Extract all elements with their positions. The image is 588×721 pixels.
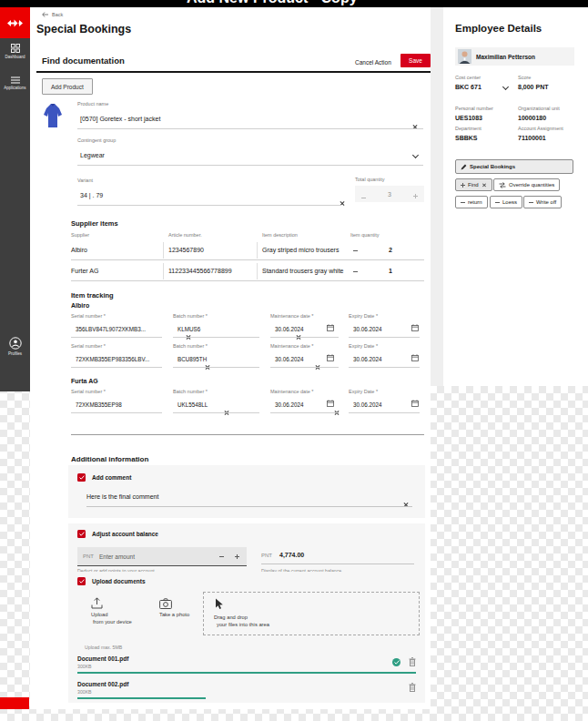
variant-label: Variant <box>77 178 93 183</box>
table-row-supplier: Albiro <box>71 247 87 253</box>
find-chip[interactable]: Find <box>455 178 492 191</box>
add-comment-checkbox-label: Add comment <box>92 474 131 481</box>
row-qty-decrement-button[interactable] <box>353 271 358 272</box>
amount-increment-button[interactable] <box>235 554 239 559</box>
item-tracking-title: Item tracking <box>71 291 114 300</box>
back-button[interactable]: Back <box>42 12 63 17</box>
calendar-icon[interactable] <box>327 400 334 407</box>
cost-center-value[interactable]: BKC 671 <box>455 84 482 90</box>
comment-value[interactable]: Here is the final comment <box>86 493 158 500</box>
table-row-article[interactable]: 1234567890 <box>168 247 204 253</box>
section-title: Find documentation <box>42 56 125 66</box>
special-bookings-chip[interactable]: Special Bookings <box>455 159 573 174</box>
override-quantities-chip[interactable]: Override quantities <box>493 178 560 191</box>
calendar-icon[interactable] <box>327 324 334 331</box>
calendar-icon[interactable] <box>327 354 334 361</box>
serial-number-value[interactable]: 72XKMB355EP983356LBV... <box>76 356 149 362</box>
drag-drop-area[interactable]: Drag and drop your files into this area <box>203 592 420 635</box>
col-separator <box>163 263 164 279</box>
col-separator <box>257 263 258 279</box>
row-qty-value: 1 <box>389 268 392 274</box>
pencil-icon <box>461 164 467 170</box>
expiry-date-label: Expiry Date * <box>349 343 378 349</box>
col-header-quantity: Item quantity <box>350 232 380 238</box>
add-comment-checkbox[interactable] <box>77 473 86 482</box>
variant-value[interactable]: 34 | . 79 <box>80 192 103 198</box>
table-row-supplier: Furter AG <box>71 268 98 274</box>
override-arrows-icon <box>499 182 506 188</box>
expiry-date-value[interactable]: 30.06.2024 <box>353 356 382 362</box>
employee-name: Maximilian Petterson <box>476 54 535 60</box>
upload-documents-checkbox-label: Upload documents <box>92 578 146 584</box>
expiry-date-label: Expiry Date * <box>349 389 378 394</box>
field-underline <box>270 337 339 338</box>
contingent-chevron-down-icon[interactable] <box>412 152 419 158</box>
col-separator <box>257 242 258 259</box>
clipped-window-title: Add New Product - Copy <box>187 0 358 6</box>
field-underline <box>71 367 162 368</box>
maintenance-date-value[interactable]: 30.06.2024 <box>275 326 304 332</box>
return-chip[interactable]: return <box>455 196 488 208</box>
maintenance-date-value[interactable]: 30.06.2024 <box>275 401 304 408</box>
cancel-action-button[interactable]: Cancel Action <box>355 59 391 66</box>
drag-drop-label2: your files into this area <box>217 622 269 627</box>
write-off-chip[interactable]: Write off <box>523 196 562 208</box>
serial-number-value[interactable]: 72XKMB355EP98 <box>76 401 122 408</box>
field-underline <box>173 367 259 368</box>
page-title: Special Bookings <box>36 23 131 36</box>
take-photo-button[interactable] <box>159 596 172 613</box>
sidebar-item-profiles[interactable]: Profiles <box>0 337 30 356</box>
upload-option-label2: from your device <box>93 619 132 625</box>
col-header-supplier: Supplier <box>71 232 89 238</box>
maintenance-date-value[interactable]: 30.06.2024 <box>275 356 304 362</box>
write-off-chip-label: Write off <box>536 199 556 205</box>
product-jacket-image <box>42 102 64 129</box>
batch-number-value[interactable]: BCU895TH <box>177 356 207 362</box>
expiry-date-value[interactable]: 30.06.2024 <box>353 326 382 332</box>
quantity-decrement-button[interactable] <box>355 186 366 202</box>
table-row-article[interactable]: 112233445566778899 <box>168 268 232 274</box>
batch-number-value[interactable]: UKL5548LL <box>177 401 208 408</box>
product-name-value[interactable]: [0570] Goretex - short jacket <box>80 116 160 122</box>
adjust-balance-checkbox[interactable] <box>77 530 86 538</box>
cost-center-chevron-down-icon[interactable] <box>502 84 509 90</box>
expiry-date-value[interactable]: 30.06.2024 <box>353 401 382 408</box>
document-size: 300KB <box>77 664 92 669</box>
upload-from-device-button[interactable] <box>91 596 103 613</box>
batch-number-value[interactable]: KLMUS6 <box>177 326 200 332</box>
save-button[interactable]: Save <box>400 54 431 67</box>
upload-documents-checkbox[interactable] <box>77 577 86 585</box>
maintenance-date-label: Maintenance date * <box>270 389 313 394</box>
col-header-article: Article number. <box>168 232 202 238</box>
additional-info-title: Additional information <box>71 455 148 463</box>
contingent-underline <box>77 165 423 166</box>
score-label: Score <box>518 75 531 80</box>
app-logo[interactable] <box>0 7 30 38</box>
expiry-date-label: Expiry Date * <box>349 313 378 319</box>
remove-find-icon[interactable] <box>482 183 486 188</box>
balance-value: 4,774.00 <box>279 552 304 558</box>
minus-icon <box>529 202 533 203</box>
amount-decrement-button[interactable] <box>219 556 224 557</box>
amount-input[interactable]: PNT Enter amount <box>77 547 247 566</box>
serial-number-value[interactable]: 356LBV847L9072XKMB3... <box>76 326 146 332</box>
add-product-button[interactable]: Add Product <box>42 78 93 95</box>
delete-document-icon[interactable] <box>409 657 416 666</box>
document-name: Document 001.pdf <box>77 655 128 662</box>
sidebar-item-dashboard[interactable]: Dashboard <box>0 44 30 59</box>
quantity-increment-button[interactable] <box>413 186 424 202</box>
contingent-group-value[interactable]: Legwear <box>80 152 105 158</box>
field-underline <box>270 367 339 368</box>
personal-number-label: Personal number <box>455 106 493 111</box>
find-chip-label: Find <box>468 182 479 188</box>
upload-progress-bar <box>77 697 416 699</box>
override-chip-label: Override quantities <box>509 182 554 188</box>
take-photo-label: Take a photo <box>159 612 189 617</box>
calendar-icon[interactable] <box>411 324 419 331</box>
sidebar-item-applications[interactable]: Applications <box>0 76 30 90</box>
calendar-icon[interactable] <box>411 354 419 361</box>
row-qty-decrement-button[interactable] <box>353 250 358 251</box>
calendar-icon[interactable] <box>411 400 419 407</box>
delete-document-icon[interactable] <box>409 683 416 692</box>
loess-chip[interactable]: Loess <box>490 196 522 208</box>
